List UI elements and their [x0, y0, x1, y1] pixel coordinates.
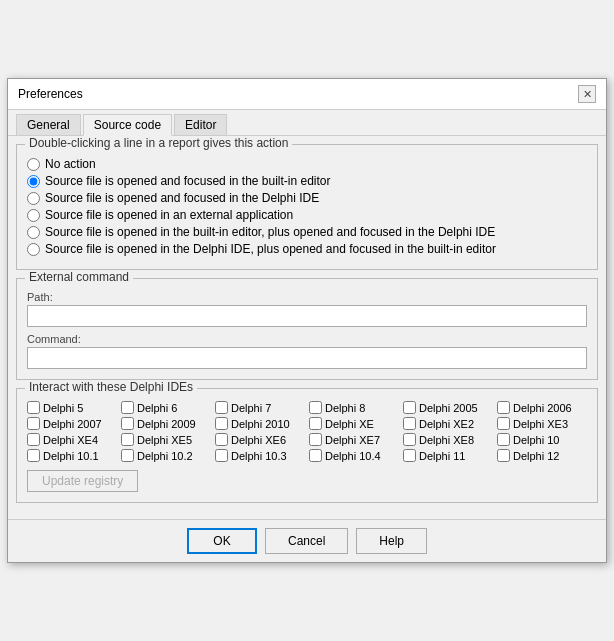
radio-delphi-ide[interactable]: [27, 192, 40, 205]
delphi-ides-grid: Delphi 5 Delphi 6 Delphi 7 Delphi 8 Delp…: [27, 401, 587, 462]
list-item: Delphi 2010: [215, 417, 305, 430]
delphi-xe7-checkbox[interactable]: [309, 433, 322, 446]
list-item: Delphi 6: [121, 401, 211, 414]
tab-content: Double-clicking a line in a report gives…: [8, 136, 606, 519]
delphi-xe4-label: Delphi XE4: [43, 434, 98, 446]
radio-builtin-plus-delphi[interactable]: [27, 226, 40, 239]
list-item: Delphi 5: [27, 401, 117, 414]
delphi-2009-checkbox[interactable]: [121, 417, 134, 430]
double-click-section: Double-clicking a line in a report gives…: [16, 144, 598, 270]
delphi-103-label: Delphi 10.3: [231, 450, 287, 462]
tab-source-code[interactable]: Source code: [83, 114, 172, 136]
list-item: Delphi 10: [497, 433, 587, 446]
delphi-103-checkbox[interactable]: [215, 449, 228, 462]
delphi-xe5-label: Delphi XE5: [137, 434, 192, 446]
delphi-10-checkbox[interactable]: [497, 433, 510, 446]
delphi-xe2-label: Delphi XE2: [419, 418, 474, 430]
radio-no-action[interactable]: [27, 158, 40, 171]
delphi-8-checkbox[interactable]: [309, 401, 322, 414]
tab-general[interactable]: General: [16, 114, 81, 135]
cancel-button[interactable]: Cancel: [265, 528, 348, 554]
delphi-xe2-checkbox[interactable]: [403, 417, 416, 430]
radio-option-6: Source file is opened in the Delphi IDE,…: [27, 242, 587, 256]
delphi-12-checkbox[interactable]: [497, 449, 510, 462]
delphi-5-checkbox[interactable]: [27, 401, 40, 414]
list-item: Delphi 8: [309, 401, 399, 414]
delphi-102-checkbox[interactable]: [121, 449, 134, 462]
radio-option-5: Source file is opened in the built-in ed…: [27, 225, 587, 239]
delphi-2009-label: Delphi 2009: [137, 418, 196, 430]
double-click-title: Double-clicking a line in a report gives…: [25, 136, 292, 150]
delphi-xe6-label: Delphi XE6: [231, 434, 286, 446]
delphi-2007-checkbox[interactable]: [27, 417, 40, 430]
ok-button[interactable]: OK: [187, 528, 257, 554]
delphi-7-label: Delphi 7: [231, 402, 271, 414]
radio-label-3: Source file is opened and focused in the…: [45, 191, 319, 205]
delphi-2005-checkbox[interactable]: [403, 401, 416, 414]
title-bar: Preferences ✕: [8, 79, 606, 110]
update-registry-button[interactable]: Update registry: [27, 470, 138, 492]
delphi-xe4-checkbox[interactable]: [27, 433, 40, 446]
delphi-101-checkbox[interactable]: [27, 449, 40, 462]
external-command-section: External command Path: Command:: [16, 278, 598, 380]
radio-builtin-editor[interactable]: [27, 175, 40, 188]
delphi-6-checkbox[interactable]: [121, 401, 134, 414]
delphi-xe8-checkbox[interactable]: [403, 433, 416, 446]
delphi-10-label: Delphi 10: [513, 434, 559, 446]
delphi-xe-checkbox[interactable]: [309, 417, 322, 430]
delphi-104-label: Delphi 10.4: [325, 450, 381, 462]
list-item: Delphi XE5: [121, 433, 211, 446]
delphi-104-checkbox[interactable]: [309, 449, 322, 462]
delphi-101-label: Delphi 10.1: [43, 450, 99, 462]
delphi-xe-label: Delphi XE: [325, 418, 374, 430]
radio-external-app[interactable]: [27, 209, 40, 222]
list-item: Delphi XE6: [215, 433, 305, 446]
radio-label-6: Source file is opened in the Delphi IDE,…: [45, 242, 496, 256]
delphi-2006-label: Delphi 2006: [513, 402, 572, 414]
delphi-xe6-checkbox[interactable]: [215, 433, 228, 446]
radio-label-4: Source file is opened in an external app…: [45, 208, 293, 222]
tab-editor[interactable]: Editor: [174, 114, 227, 135]
list-item: Delphi 2006: [497, 401, 587, 414]
list-item: Delphi 10.3: [215, 449, 305, 462]
delphi-xe3-label: Delphi XE3: [513, 418, 568, 430]
delphi-xe8-label: Delphi XE8: [419, 434, 474, 446]
help-button[interactable]: Help: [356, 528, 427, 554]
close-button[interactable]: ✕: [578, 85, 596, 103]
list-item: Delphi XE: [309, 417, 399, 430]
delphi-2010-checkbox[interactable]: [215, 417, 228, 430]
list-item: Delphi 12: [497, 449, 587, 462]
delphi-2006-checkbox[interactable]: [497, 401, 510, 414]
delphi-12-label: Delphi 12: [513, 450, 559, 462]
command-input[interactable]: [27, 347, 587, 369]
list-item: Delphi 2009: [121, 417, 211, 430]
delphi-7-checkbox[interactable]: [215, 401, 228, 414]
delphi-ides-section: Interact with these Delphi IDEs Delphi 5…: [16, 388, 598, 503]
command-label: Command:: [27, 333, 587, 345]
radio-option-3: Source file is opened and focused in the…: [27, 191, 587, 205]
delphi-xe7-label: Delphi XE7: [325, 434, 380, 446]
delphi-2005-label: Delphi 2005: [419, 402, 478, 414]
delphi-xe3-checkbox[interactable]: [497, 417, 510, 430]
delphi-2007-label: Delphi 2007: [43, 418, 102, 430]
list-item: Delphi XE2: [403, 417, 493, 430]
dialog-footer: OK Cancel Help: [8, 519, 606, 562]
tab-bar: General Source code Editor: [8, 110, 606, 136]
list-item: Delphi XE3: [497, 417, 587, 430]
delphi-6-label: Delphi 6: [137, 402, 177, 414]
list-item: Delphi 11: [403, 449, 493, 462]
path-label: Path:: [27, 291, 587, 303]
external-command-title: External command: [25, 270, 133, 284]
list-item: Delphi 2005: [403, 401, 493, 414]
delphi-5-label: Delphi 5: [43, 402, 83, 414]
dialog-title: Preferences: [18, 87, 83, 101]
list-item: Delphi XE4: [27, 433, 117, 446]
radio-group: No action Source file is opened and focu…: [27, 157, 587, 256]
radio-delphi-plus-builtin[interactable]: [27, 243, 40, 256]
delphi-11-checkbox[interactable]: [403, 449, 416, 462]
delphi-xe5-checkbox[interactable]: [121, 433, 134, 446]
list-item: Delphi 10.4: [309, 449, 399, 462]
list-item: Delphi 10.2: [121, 449, 211, 462]
preferences-dialog: Preferences ✕ General Source code Editor…: [7, 78, 607, 563]
path-input[interactable]: [27, 305, 587, 327]
